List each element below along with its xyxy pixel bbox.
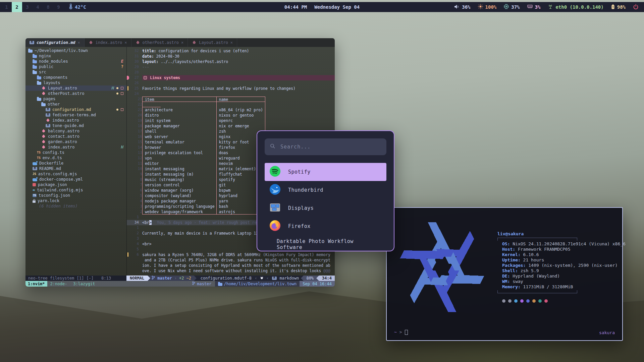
network-module[interactable]: eth0 (10.0.0.140)	[548, 4, 603, 10]
line-number: 26	[130, 80, 139, 86]
tree-item-name: balcony.astro	[48, 128, 79, 134]
tmux-window-node[interactable]: 2:node-	[47, 281, 70, 287]
clock[interactable]: 04:44 PM Wednesday Sep 04	[284, 4, 360, 10]
temperature-module[interactable]: 42°C	[69, 4, 86, 10]
tree-item[interactable]: other	[25, 102, 126, 107]
package-json-icon	[33, 183, 36, 186]
tree-item[interactable]: index.astro	[25, 118, 126, 123]
tree-item[interactable]: layouts	[25, 80, 126, 85]
cpu-module[interactable]: 37%	[504, 4, 520, 10]
tree-item[interactable]: balcony.astro	[25, 128, 126, 134]
launcher-item[interactable]: Darktable Photo Workflow Software	[265, 235, 386, 251]
tree-item[interactable]: nginx	[25, 53, 126, 59]
tsconfig-icon: TS	[33, 194, 37, 197]
bufferline: Mconfiguration.md×index.astro×otherPost.…	[25, 38, 335, 47]
line-number: 6	[130, 252, 139, 257]
markdown-heading: Linux systems	[142, 75, 335, 80]
app-launcher[interactable]: SpotifyThunderbirdDisplaysFirefoxDarktab…	[257, 130, 394, 251]
tree-item[interactable]: TSenv.d.ts	[25, 155, 126, 161]
workspace-button[interactable]: 3	[22, 2, 33, 12]
tree-item[interactable]: Layout.astroH	[25, 85, 126, 91]
blank	[139, 91, 145, 97]
tmux-window-lazygit[interactable]: 3:lazygit	[70, 281, 98, 287]
app-displays-icon	[269, 202, 281, 215]
status-bar: 123489 42°C 04:44 PM Wednesday Sep 04 36…	[0, 2, 644, 12]
folder-open-icon	[28, 50, 33, 53]
tree-item[interactable]: yarn.lock	[25, 198, 126, 203]
docker-icon	[33, 178, 37, 181]
tree-item-name: docker-compose.yml	[39, 177, 83, 182]
cursor-line-text: <br>You, 5 days ago - feat: write rough …	[139, 220, 257, 225]
tree-item[interactable]: Mfediverse-terms.md	[25, 112, 126, 118]
frontmatter-key: date:	[142, 54, 154, 59]
git-branch-icon	[192, 281, 195, 287]
folder-icon	[33, 66, 37, 69]
table-cell-item: webdev language/framework	[142, 209, 217, 215]
close-icon[interactable]: ×	[78, 40, 80, 45]
tree-item[interactable]: node_modulesE	[25, 59, 126, 64]
tree-item[interactable]: garden.astro	[25, 139, 126, 144]
memory-module[interactable]: 3%	[527, 4, 541, 10]
table-cell-item: architecture	[142, 107, 217, 113]
tree-item[interactable]: components	[25, 75, 126, 80]
table-cell-item: version control	[142, 182, 217, 188]
close-icon[interactable]: ×	[230, 40, 233, 45]
tree-item[interactable]: (6 hidden items)	[25, 203, 126, 209]
tree-item-name: other	[48, 102, 60, 107]
tree-item[interactable]: Mtone-guide.md	[25, 123, 126, 128]
tree-item[interactable]: JSastro.config.mjs	[25, 171, 126, 177]
launcher-search[interactable]	[265, 138, 386, 155]
fetch-info-row: Kernel: 6.10.6	[497, 252, 626, 257]
tree-item[interactable]: package.json	[25, 182, 126, 187]
temperature-value: 42°C	[75, 4, 86, 10]
tree-item[interactable]: contact.astro	[25, 134, 126, 139]
tree-item[interactable]: src	[25, 69, 126, 75]
wrapped-text: ion. I have a setup consisting of Hyprla…	[139, 263, 330, 268]
tree-item[interactable]: MREADME.md	[25, 166, 126, 171]
editor-line: 29---	[127, 64, 335, 70]
power-button[interactable]	[633, 4, 639, 10]
tree-item[interactable]: otherPost.astro	[25, 91, 126, 96]
tree-item[interactable]: public?	[25, 64, 126, 69]
tmux-window-nvim[interactable]: 1:nvim*	[25, 281, 47, 287]
close-icon[interactable]: ×	[124, 40, 127, 45]
shell-prompt[interactable]: ~ >	[394, 329, 408, 335]
launcher-item[interactable]: Firefox	[265, 217, 386, 235]
time: 04:44 PM	[284, 4, 307, 10]
workspace-button[interactable]: 9	[53, 2, 64, 12]
editor-tab[interactable]: index.astro×	[85, 38, 131, 47]
brightness-module[interactable]: 100%	[478, 4, 497, 10]
fetch-info-value: zsh 5.9	[518, 268, 539, 273]
tree-item[interactable]: docker-compose.yml	[25, 177, 126, 182]
tree-item[interactable]: index.astroH	[25, 144, 126, 150]
launcher-item[interactable]: Displays	[265, 199, 386, 217]
tree-item[interactable]: TSconfig.ts	[25, 150, 126, 155]
tree-item[interactable]: Mconfiguration.md	[25, 107, 126, 112]
editor-tab[interactable]: otherPost.astro×	[131, 38, 188, 47]
workspace-button-active[interactable]: 2	[12, 2, 22, 12]
tree-item[interactable]: ≈tailwind.config.mjs	[25, 187, 126, 193]
workspace-button[interactable]: 8	[43, 2, 53, 12]
neo-tree-panel[interactable]: ~/Development/liv.townnginxnode_modulesE…	[25, 47, 126, 276]
search-input[interactable]	[280, 143, 381, 150]
launcher-item[interactable]: Thunderbird	[265, 181, 386, 199]
tree-item-name: components	[43, 75, 67, 80]
statusline-filename: configuration.md	[197, 276, 239, 281]
battery-module[interactable]: 98%	[611, 4, 626, 10]
workspace-button[interactable]: 4	[33, 2, 43, 12]
tree-item[interactable]: TStsconfig.json	[25, 193, 126, 198]
editor-tab[interactable]: Mconfiguration.md×	[25, 38, 85, 47]
close-icon[interactable]: ×	[181, 40, 183, 45]
launcher-item[interactable]: Spotify	[265, 163, 386, 181]
terminal-fetch-window[interactable]: liv@sakura OS: NixOS 24.11.20240828.71e9…	[386, 207, 623, 341]
volume-module[interactable]: 36%	[454, 4, 470, 10]
tree-item[interactable]: Dockerfile	[25, 161, 126, 166]
tree-item[interactable]: pages	[25, 96, 126, 102]
speaker-icon	[454, 4, 460, 10]
line-number: 21	[133, 107, 142, 113]
prompt-cwd: ~	[394, 329, 397, 335]
workspace-button[interactable]: 1	[1, 2, 12, 12]
tree-item[interactable]: ~/Development/liv.town	[25, 48, 126, 53]
editor-tab[interactable]: Layout.astro×	[188, 38, 237, 47]
tree-item-name: src	[39, 69, 46, 75]
